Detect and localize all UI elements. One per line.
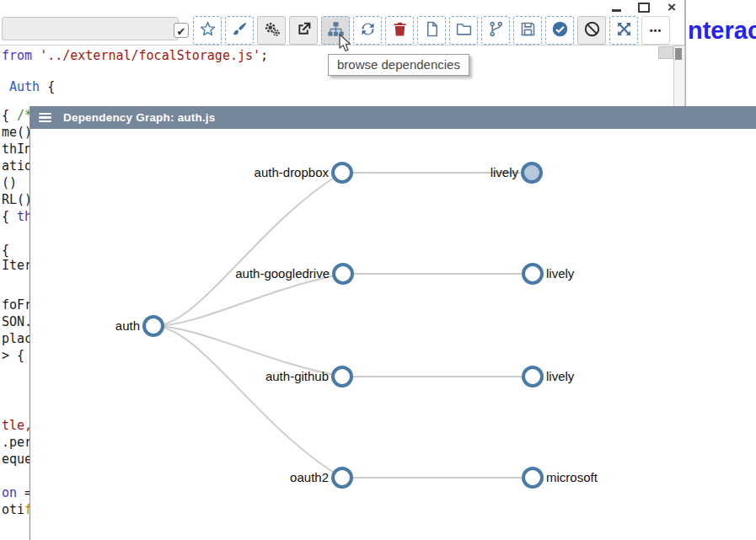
- external-link-icon: [295, 20, 313, 40]
- code-line: plac: [2, 330, 32, 347]
- code-line: SON.: [2, 313, 32, 330]
- save-icon: [519, 20, 537, 40]
- close-button[interactable]: ×: [662, 1, 681, 14]
- graph-node-lively-3[interactable]: [523, 367, 542, 386]
- file-icon: [423, 20, 441, 40]
- code-branch-button[interactable]: [481, 16, 510, 45]
- close-icon: ×: [668, 1, 676, 14]
- check-circle-icon: [551, 20, 569, 40]
- menu-icon[interactable]: [37, 111, 53, 125]
- graph-node-label-lively-2: lively: [546, 266, 575, 281]
- graph-edge-auth-auth-dropbox: [153, 173, 342, 326]
- mouse-cursor-icon: [338, 34, 355, 57]
- graph-body: authauth-dropboxauth-googledriveauth-git…: [30, 129, 756, 540]
- graph-node-label-auth: auth: [115, 318, 140, 333]
- code-line: > {: [2, 347, 24, 364]
- scrollbar-corner: [658, 46, 673, 59]
- dependency-graph-svg: authauth-dropboxauth-googledriveauth-git…: [30, 129, 756, 540]
- code-line: thIn: [2, 141, 32, 158]
- code-line: tle,: [2, 417, 32, 434]
- code-line: .per: [2, 434, 32, 451]
- graph-node-auth-dropbox[interactable]: [333, 163, 351, 182]
- dependency-graph-panel: Dependency Graph: auth.js authauth-dropb…: [29, 106, 756, 540]
- code-line: eque: [2, 451, 32, 468]
- right-panel: nteracti: [686, 0, 756, 106]
- star-button[interactable]: [193, 16, 222, 45]
- code-line: (): [2, 174, 24, 191]
- graph-node-label-auth-googledrive: auth-googledrive: [235, 266, 330, 281]
- graph-node-label-microsoft: microsoft: [546, 470, 598, 484]
- check-icon: ✔: [177, 25, 186, 38]
- code-line: { th: [2, 208, 32, 225]
- graph-node-auth-googledrive[interactable]: [334, 265, 352, 283]
- graph-title: Dependency Graph: auth.js: [63, 111, 216, 124]
- ban-icon: [583, 20, 601, 40]
- maximize-button[interactable]: [635, 1, 653, 14]
- graph-node-auth[interactable]: [144, 317, 163, 335]
- code-line: { /*: [2, 107, 32, 124]
- graph-edge-auth-oauth2: [153, 326, 342, 478]
- code-line: RL(): [2, 191, 32, 208]
- code-line: {: [2, 242, 9, 259]
- graph-node-label-lively-3: lively: [546, 369, 575, 383]
- refresh-icon: [359, 20, 377, 40]
- minimize-button[interactable]: [607, 1, 625, 14]
- code-line: atio: [2, 158, 32, 174]
- graph-node-label-oauth2: oauth2: [290, 470, 329, 484]
- code-line: foFr: [2, 297, 32, 313]
- code-line: otif: [2, 501, 32, 518]
- expand-arrows-icon: [615, 20, 633, 40]
- code-line: Auth {: [2, 78, 55, 95]
- app-window: from '../external/focalStorage.js'; Auth…: [0, 0, 756, 540]
- expand-button[interactable]: [609, 16, 638, 45]
- graph-node-auth-github[interactable]: [333, 367, 351, 386]
- graph-header[interactable]: Dependency Graph: auth.js: [30, 106, 756, 129]
- paint-brush-icon: [231, 20, 249, 40]
- window-controls: ×: [603, 0, 684, 15]
- graph-edge-auth-auth-googledrive: [153, 274, 343, 326]
- gears-button[interactable]: [257, 16, 286, 45]
- maximize-icon: [638, 3, 650, 13]
- graph-node-label-auth-dropbox: auth-dropbox: [255, 165, 330, 179]
- accept-button[interactable]: [545, 16, 574, 45]
- graph-node-label-lively-1: lively: [491, 165, 519, 179]
- folder-icon: [455, 20, 473, 40]
- graph-node-lively-1[interactable]: [523, 163, 541, 182]
- toolbar-checkbox[interactable]: ✔: [174, 23, 189, 38]
- folder-button[interactable]: [449, 16, 478, 45]
- toolbar-input[interactable]: [2, 17, 179, 40]
- trash-icon: [391, 20, 409, 40]
- ellipsis-icon: •••: [650, 25, 662, 35]
- vertical-scrollbar[interactable]: [673, 45, 685, 108]
- new-file-button[interactable]: [417, 16, 446, 45]
- external-link-button[interactable]: [289, 16, 318, 45]
- graph-node-lively-2[interactable]: [523, 265, 542, 283]
- minimize-icon: [612, 9, 621, 12]
- graph-node-label-auth-github: auth-github: [265, 369, 329, 383]
- scrollbar-thumb[interactable]: [675, 48, 682, 60]
- toolbar-buttons: •••: [193, 16, 670, 45]
- paint-brush-button[interactable]: [225, 16, 254, 45]
- code-line: Iter: [2, 257, 32, 274]
- save-button[interactable]: [513, 16, 542, 45]
- code-line: from '../external/focalStorage.js';: [2, 47, 268, 64]
- more-options-button[interactable]: •••: [641, 16, 670, 45]
- code-line: me(): [2, 124, 32, 141]
- code-line: on =: [2, 484, 32, 501]
- gears-icon: [263, 20, 281, 40]
- clipped-heading: nteracti: [688, 17, 756, 45]
- star-icon: [199, 20, 217, 40]
- graph-node-oauth2[interactable]: [333, 468, 351, 487]
- code-branch-icon: [487, 20, 505, 40]
- refresh-button[interactable]: [353, 16, 382, 45]
- graph-node-microsoft[interactable]: [523, 468, 542, 487]
- delete-button[interactable]: [385, 16, 414, 45]
- ban-button[interactable]: [577, 16, 606, 45]
